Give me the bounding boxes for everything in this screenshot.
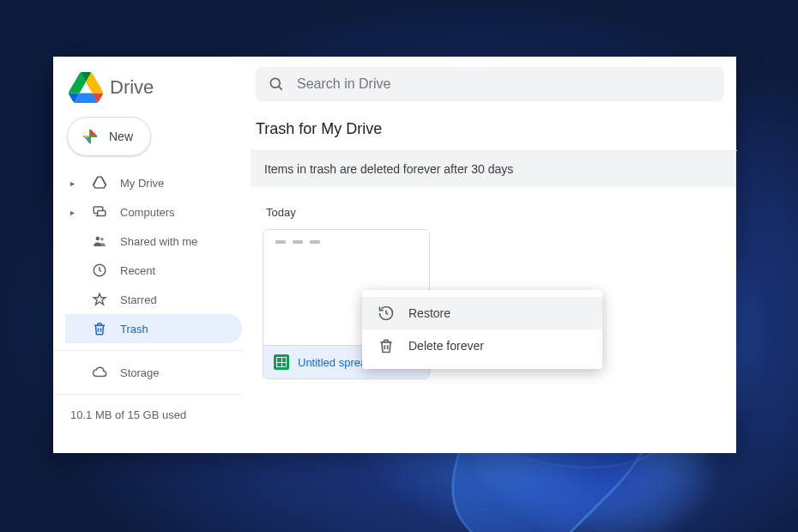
computers-icon [91,203,108,221]
trash-banner: Items in trash are deleted forever after… [251,151,736,187]
context-menu: Restore Delete forever [362,290,602,369]
clock-icon [91,262,108,279]
drive-logo-icon [69,72,103,103]
chevron-right-icon: ▸ [70,208,79,217]
svg-point-5 [270,78,280,88]
star-icon [91,291,108,308]
nav-list: ▸ My Drive ▸ Computers Shared with me [65,168,242,387]
svg-rect-1 [98,211,106,216]
svg-point-3 [100,238,103,240]
divider [53,394,242,395]
nav-trash[interactable]: Trash [65,314,242,343]
search-icon [268,76,285,93]
trash-icon [91,320,108,337]
section-label: Today [251,187,736,229]
nav-label: Trash [120,323,148,336]
nav-label: Computers [120,206,175,219]
menu-delete-forever[interactable]: Delete forever [362,329,602,362]
drive-window: Drive New ▸ My Drive ▸ Computers [53,57,736,453]
cloud-icon [91,364,108,381]
nav-label: Recent [120,264,155,277]
page-title: Trash for My Drive [251,110,736,150]
app-logo[interactable]: Drive [65,65,242,117]
app-name: Drive [110,76,154,99]
sidebar: Drive New ▸ My Drive ▸ Computers [53,57,251,453]
divider [53,350,242,351]
nav-storage[interactable]: Storage [65,358,242,387]
menu-label: Restore [408,306,450,320]
chevron-right-icon: ▸ [70,178,79,188]
nav-label: Storage [120,366,160,379]
sheets-icon [274,354,289,370]
new-button[interactable]: New [67,117,151,156]
nav-label: My Drive [120,177,164,190]
restore-icon [378,305,395,322]
nav-starred[interactable]: Starred [65,285,242,314]
plus-icon [80,126,100,147]
new-button-label: New [109,130,133,143]
menu-label: Delete forever [408,339,484,353]
storage-usage: 10.1 MB of 15 GB used [65,402,242,421]
menu-restore[interactable]: Restore [362,297,602,329]
nav-shared[interactable]: Shared with me [65,227,242,256]
svg-point-2 [96,237,100,241]
trash-icon [378,337,395,354]
search-input[interactable] [297,76,712,92]
shared-icon [91,233,108,250]
drive-icon [91,174,108,191]
nav-label: Starred [120,293,157,306]
nav-label: Shared with me [120,235,197,248]
main-content: Trash for My Drive Items in trash are de… [251,57,736,453]
nav-my-drive[interactable]: ▸ My Drive [65,168,242,197]
nav-computers[interactable]: ▸ Computers [65,197,242,227]
nav-recent[interactable]: Recent [65,256,242,285]
search-bar[interactable] [256,67,724,101]
